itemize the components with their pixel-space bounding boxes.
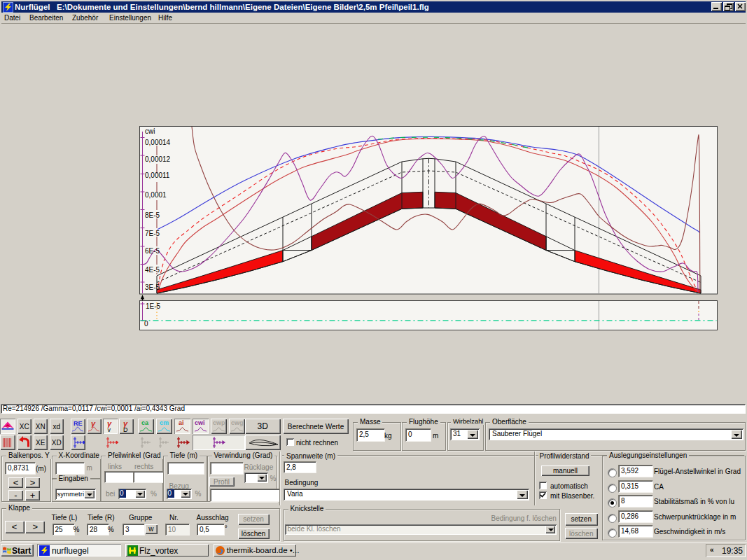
svg-text:D: D xyxy=(123,426,128,433)
svg-text:v: v xyxy=(108,426,111,433)
svg-text:γ: γ xyxy=(91,419,96,428)
svg-text:ai: ai xyxy=(179,419,184,426)
svg-text:cwg: cwg xyxy=(231,419,244,426)
svg-text:cwi: cwi xyxy=(195,419,205,426)
svg-text:RE: RE xyxy=(74,420,83,427)
svg-text:cwp: cwp xyxy=(213,419,225,426)
svg-text:cm: cm xyxy=(160,419,169,426)
svg-text:ca: ca xyxy=(141,419,149,426)
